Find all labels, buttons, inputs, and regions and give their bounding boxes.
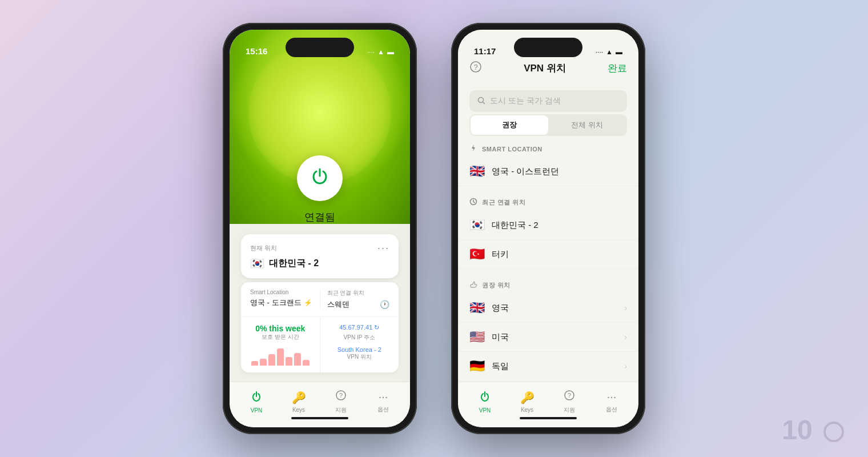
smart-location-text: 영국 - 이스트런던 [492, 166, 627, 177]
location-card-top: 현재 위치 ··· [250, 242, 389, 254]
nav-support-icon-2: ? [564, 390, 575, 404]
de-chevron: › [624, 362, 627, 371]
nav-options-label: 옵션 [377, 406, 389, 414]
recent-item-turkey[interactable]: 🇹🇷 터키 [458, 240, 638, 269]
uk-flag: 🇬🇧 [469, 164, 485, 179]
nav-vpn-label: VPN [251, 407, 263, 414]
signal-icon-2: ···· [596, 48, 603, 56]
battery-icon: ▬ [387, 48, 394, 56]
tab-recommended-label: 권장 [502, 121, 517, 129]
bar-2 [260, 359, 267, 366]
section-recommended-title: 권장 위치 [482, 281, 511, 290]
lightning-section-icon [469, 144, 477, 154]
wifi-icon: ▲ [377, 48, 384, 56]
korea-flag: 🇰🇷 [469, 218, 485, 232]
rec-item-us[interactable]: 🇺🇸 미국 › [458, 323, 638, 352]
smart-location-item[interactable]: 🇬🇧 영국 - 이스트런던 [458, 157, 638, 186]
more-dots[interactable]: ··· [377, 242, 389, 254]
nav-keys-label: Keys [292, 407, 305, 413]
search-icon [477, 97, 485, 106]
phone-1: 15:16 ···· ▲ ▬ 연결됨 현재 위치 ··· [223, 23, 417, 434]
nav-vpn[interactable]: VPN [235, 391, 278, 414]
tab-all[interactable]: 전체 위치 [548, 115, 626, 135]
recent-label: 최근 연결 위치 [327, 289, 390, 297]
section-recent-title: 최근 연결 위치 [482, 198, 525, 207]
bar-chart [250, 346, 311, 366]
week-stat: 0% this week 보호 받은 시간 [241, 317, 320, 372]
us-chevron: › [624, 332, 627, 342]
nav-options-icon: ··· [379, 390, 388, 403]
recent-name: 스웨덴 [327, 299, 349, 310]
smart-card: Smart Location 영국 - 도크랜드 ⚡ 최근 연결 위치 스웨덴 … [241, 282, 399, 372]
location-value: 🇰🇷 대한민국 - 2 [250, 256, 389, 270]
bottom-nav-2: VPN 🔑 Keys ? 지원 ··· 옵션 [458, 382, 638, 427]
vpn-location: South Korea - 2 [329, 346, 390, 353]
location-label: 현재 위치 [250, 244, 277, 252]
smart-location-label: Smart Location [250, 289, 313, 295]
rec-item-uk[interactable]: 🇬🇧 영국 › [458, 294, 638, 323]
section-smart: SMART LOCATION [458, 137, 638, 157]
clock-section-icon [469, 198, 477, 207]
bar-1 [251, 361, 258, 366]
recent-item-korea[interactable]: 🇰🇷 대한민국 - 2 [458, 211, 638, 240]
recent-connection-half[interactable]: 최근 연결 위치 스웨덴 🕐 [320, 289, 390, 310]
vpn-location-label: VPN 위치 [329, 353, 390, 361]
nav-options-2[interactable]: ··· 옵션 [590, 390, 633, 414]
rec-item-de[interactable]: 🇩🇪 독일 › [458, 352, 638, 381]
smart-location-half[interactable]: Smart Location 영국 - 도크랜드 ⚡ [250, 289, 320, 310]
status-time-2: 11:17 [474, 46, 496, 56]
nav-keys[interactable]: 🔑 Keys [278, 391, 320, 413]
nav-vpn-icon [251, 391, 262, 405]
connected-text: 연결됨 [230, 210, 410, 224]
rec-item-nl[interactable]: 🇳🇱 네덜란드 › [458, 381, 638, 382]
de-flag: 🇩🇪 [469, 359, 485, 374]
korea-text: 대한민국 - 2 [492, 220, 627, 231]
svg-point-9 [825, 423, 843, 441]
nav-support[interactable]: ? 지원 [320, 390, 362, 414]
svg-text:?: ? [339, 392, 343, 399]
svg-text:?: ? [473, 63, 477, 71]
lightning-icon: ⚡ [304, 299, 312, 307]
nav-options-icon-2: ··· [607, 390, 617, 403]
nav-keys-2[interactable]: 🔑 Keys [506, 391, 548, 413]
home-indicator-1 [291, 417, 348, 419]
smart-location-value: 영국 - 도크랜드 ⚡ [250, 298, 313, 308]
section-smart-title: SMART LOCATION [482, 146, 542, 153]
week-percent: 0% this week [250, 324, 311, 333]
thumbs-section-icon [469, 280, 477, 290]
location-card[interactable]: 현재 위치 ··· 🇰🇷 대한민국 - 2 [241, 234, 399, 278]
turkey-flag: 🇹🇷 [469, 247, 485, 262]
nav-keys-icon: 🔑 [292, 391, 306, 404]
bar-5 [286, 357, 292, 366]
done-button[interactable]: 완료 [608, 62, 627, 75]
nav-vpn-2[interactable]: VPN [464, 391, 506, 414]
section-recommended: 권장 위치 [458, 274, 638, 294]
svg-marker-5 [472, 145, 475, 151]
smart-location-name: 영국 - 도크랜드 [250, 298, 302, 308]
uk-text: 영국 [492, 303, 624, 314]
tab-recommended[interactable]: 권장 [471, 115, 548, 135]
power-button[interactable] [297, 155, 343, 201]
us-text: 미국 [492, 332, 624, 343]
nav-support-icon: ? [335, 390, 347, 404]
nav-support-2[interactable]: ? 지원 [548, 390, 590, 414]
search-bar[interactable]: 도시 또는 국가 검색 [469, 90, 627, 112]
us-flag: 🇺🇸 [469, 330, 485, 344]
bottom-nav-1: VPN 🔑 Keys ? 지원 ··· 옵션 [230, 382, 410, 427]
bar-7 [303, 360, 310, 366]
tab-all-label: 전체 위치 [571, 121, 603, 129]
bar-4 [277, 348, 284, 366]
svg-text:?: ? [568, 392, 571, 399]
nav-vpn-icon-2 [479, 391, 491, 405]
dynamic-island-1 [286, 38, 354, 57]
section-gap-2 [458, 269, 638, 274]
nav-support-label-2: 지원 [564, 406, 575, 414]
page-title: VPN 위치 [524, 62, 566, 75]
help-icon[interactable]: ? [469, 61, 482, 76]
week-label: 보호 받은 시간 [250, 333, 311, 341]
vpn-ip: 45.67.97.41 ↻ [329, 324, 390, 331]
search-placeholder: 도시 또는 국가 검색 [490, 96, 561, 106]
vpn-stat: 45.67.97.41 ↻ VPN IP 주소 South Korea - 2 … [320, 317, 399, 372]
nav-options[interactable]: ··· 옵션 [362, 390, 404, 414]
nav-keys-label-2: Keys [521, 407, 533, 413]
